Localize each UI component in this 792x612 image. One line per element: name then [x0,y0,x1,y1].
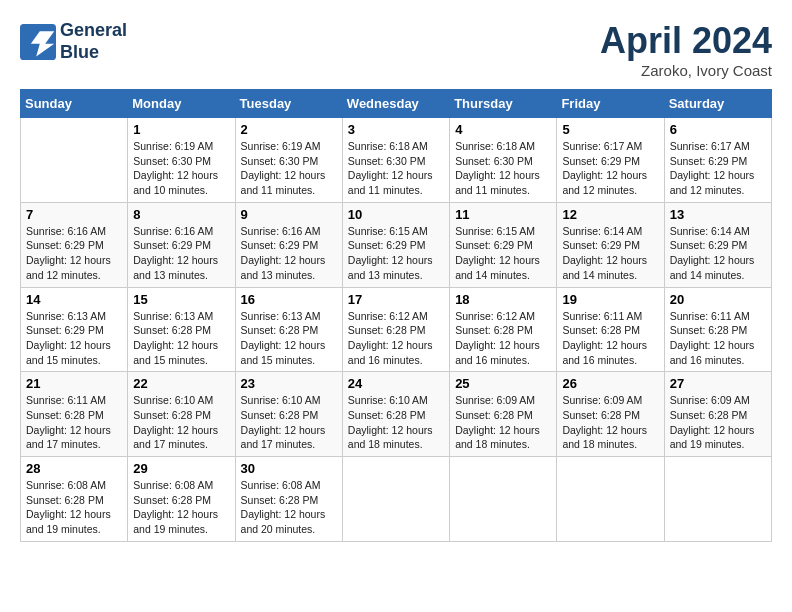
day-number: 30 [241,461,337,476]
col-header-sunday: Sunday [21,90,128,118]
day-number: 26 [562,376,658,391]
calendar-cell: 26Sunrise: 6:09 AMSunset: 6:28 PMDayligh… [557,372,664,457]
calendar-cell [21,118,128,203]
day-info: Sunrise: 6:08 AMSunset: 6:28 PMDaylight:… [133,478,229,537]
day-info: Sunrise: 6:16 AMSunset: 6:29 PMDaylight:… [26,224,122,283]
day-info: Sunrise: 6:13 AMSunset: 6:28 PMDaylight:… [133,309,229,368]
day-number: 23 [241,376,337,391]
calendar-cell: 7Sunrise: 6:16 AMSunset: 6:29 PMDaylight… [21,202,128,287]
day-number: 8 [133,207,229,222]
calendar-cell: 1Sunrise: 6:19 AMSunset: 6:30 PMDaylight… [128,118,235,203]
calendar-cell: 25Sunrise: 6:09 AMSunset: 6:28 PMDayligh… [450,372,557,457]
day-info: Sunrise: 6:17 AMSunset: 6:29 PMDaylight:… [670,139,766,198]
day-info: Sunrise: 6:10 AMSunset: 6:28 PMDaylight:… [348,393,444,452]
calendar-cell: 2Sunrise: 6:19 AMSunset: 6:30 PMDaylight… [235,118,342,203]
day-info: Sunrise: 6:16 AMSunset: 6:29 PMDaylight:… [241,224,337,283]
day-number: 13 [670,207,766,222]
calendar-cell: 30Sunrise: 6:08 AMSunset: 6:28 PMDayligh… [235,457,342,542]
day-number: 27 [670,376,766,391]
day-number: 25 [455,376,551,391]
calendar-cell: 28Sunrise: 6:08 AMSunset: 6:28 PMDayligh… [21,457,128,542]
logo: General Blue [20,20,127,63]
day-number: 11 [455,207,551,222]
day-info: Sunrise: 6:19 AMSunset: 6:30 PMDaylight:… [133,139,229,198]
calendar-cell: 3Sunrise: 6:18 AMSunset: 6:30 PMDaylight… [342,118,449,203]
calendar-cell: 23Sunrise: 6:10 AMSunset: 6:28 PMDayligh… [235,372,342,457]
calendar-cell: 12Sunrise: 6:14 AMSunset: 6:29 PMDayligh… [557,202,664,287]
calendar-cell: 19Sunrise: 6:11 AMSunset: 6:28 PMDayligh… [557,287,664,372]
day-info: Sunrise: 6:13 AMSunset: 6:29 PMDaylight:… [26,309,122,368]
calendar-cell: 4Sunrise: 6:18 AMSunset: 6:30 PMDaylight… [450,118,557,203]
calendar-cell: 5Sunrise: 6:17 AMSunset: 6:29 PMDaylight… [557,118,664,203]
calendar-cell: 16Sunrise: 6:13 AMSunset: 6:28 PMDayligh… [235,287,342,372]
day-info: Sunrise: 6:14 AMSunset: 6:29 PMDaylight:… [562,224,658,283]
calendar-cell: 17Sunrise: 6:12 AMSunset: 6:28 PMDayligh… [342,287,449,372]
calendar-cell: 11Sunrise: 6:15 AMSunset: 6:29 PMDayligh… [450,202,557,287]
col-header-thursday: Thursday [450,90,557,118]
day-number: 24 [348,376,444,391]
day-info: Sunrise: 6:19 AMSunset: 6:30 PMDaylight:… [241,139,337,198]
day-info: Sunrise: 6:11 AMSunset: 6:28 PMDaylight:… [670,309,766,368]
col-header-wednesday: Wednesday [342,90,449,118]
day-number: 22 [133,376,229,391]
day-number: 2 [241,122,337,137]
day-number: 20 [670,292,766,307]
day-number: 1 [133,122,229,137]
location: Zaroko, Ivory Coast [600,62,772,79]
day-info: Sunrise: 6:12 AMSunset: 6:28 PMDaylight:… [348,309,444,368]
day-number: 19 [562,292,658,307]
day-number: 10 [348,207,444,222]
day-info: Sunrise: 6:09 AMSunset: 6:28 PMDaylight:… [455,393,551,452]
day-info: Sunrise: 6:11 AMSunset: 6:28 PMDaylight:… [562,309,658,368]
calendar-cell: 6Sunrise: 6:17 AMSunset: 6:29 PMDaylight… [664,118,771,203]
calendar-cell: 21Sunrise: 6:11 AMSunset: 6:28 PMDayligh… [21,372,128,457]
day-info: Sunrise: 6:09 AMSunset: 6:28 PMDaylight:… [670,393,766,452]
day-number: 3 [348,122,444,137]
day-info: Sunrise: 6:15 AMSunset: 6:29 PMDaylight:… [455,224,551,283]
calendar-cell: 27Sunrise: 6:09 AMSunset: 6:28 PMDayligh… [664,372,771,457]
col-header-saturday: Saturday [664,90,771,118]
calendar-cell: 18Sunrise: 6:12 AMSunset: 6:28 PMDayligh… [450,287,557,372]
day-number: 6 [670,122,766,137]
day-info: Sunrise: 6:10 AMSunset: 6:28 PMDaylight:… [241,393,337,452]
day-info: Sunrise: 6:09 AMSunset: 6:28 PMDaylight:… [562,393,658,452]
day-number: 14 [26,292,122,307]
day-info: Sunrise: 6:16 AMSunset: 6:29 PMDaylight:… [133,224,229,283]
logo-icon [20,24,56,60]
day-info: Sunrise: 6:15 AMSunset: 6:29 PMDaylight:… [348,224,444,283]
title-block: April 2024 Zaroko, Ivory Coast [600,20,772,79]
day-info: Sunrise: 6:18 AMSunset: 6:30 PMDaylight:… [348,139,444,198]
day-number: 7 [26,207,122,222]
calendar-cell: 13Sunrise: 6:14 AMSunset: 6:29 PMDayligh… [664,202,771,287]
calendar-cell: 24Sunrise: 6:10 AMSunset: 6:28 PMDayligh… [342,372,449,457]
calendar-cell: 15Sunrise: 6:13 AMSunset: 6:28 PMDayligh… [128,287,235,372]
day-number: 28 [26,461,122,476]
day-number: 12 [562,207,658,222]
day-info: Sunrise: 6:17 AMSunset: 6:29 PMDaylight:… [562,139,658,198]
day-info: Sunrise: 6:18 AMSunset: 6:30 PMDaylight:… [455,139,551,198]
day-number: 21 [26,376,122,391]
day-info: Sunrise: 6:14 AMSunset: 6:29 PMDaylight:… [670,224,766,283]
calendar-cell: 22Sunrise: 6:10 AMSunset: 6:28 PMDayligh… [128,372,235,457]
calendar-cell: 29Sunrise: 6:08 AMSunset: 6:28 PMDayligh… [128,457,235,542]
calendar-cell [342,457,449,542]
col-header-tuesday: Tuesday [235,90,342,118]
col-header-monday: Monday [128,90,235,118]
day-info: Sunrise: 6:12 AMSunset: 6:28 PMDaylight:… [455,309,551,368]
col-header-friday: Friday [557,90,664,118]
day-number: 18 [455,292,551,307]
day-info: Sunrise: 6:13 AMSunset: 6:28 PMDaylight:… [241,309,337,368]
day-info: Sunrise: 6:10 AMSunset: 6:28 PMDaylight:… [133,393,229,452]
page-header: General Blue April 2024 Zaroko, Ivory Co… [20,20,772,79]
day-number: 4 [455,122,551,137]
day-info: Sunrise: 6:11 AMSunset: 6:28 PMDaylight:… [26,393,122,452]
calendar-cell [664,457,771,542]
day-number: 16 [241,292,337,307]
day-number: 17 [348,292,444,307]
calendar-cell: 14Sunrise: 6:13 AMSunset: 6:29 PMDayligh… [21,287,128,372]
calendar-cell: 10Sunrise: 6:15 AMSunset: 6:29 PMDayligh… [342,202,449,287]
day-number: 29 [133,461,229,476]
calendar-cell [450,457,557,542]
calendar-cell: 8Sunrise: 6:16 AMSunset: 6:29 PMDaylight… [128,202,235,287]
calendar-table: SundayMondayTuesdayWednesdayThursdayFrid… [20,89,772,542]
